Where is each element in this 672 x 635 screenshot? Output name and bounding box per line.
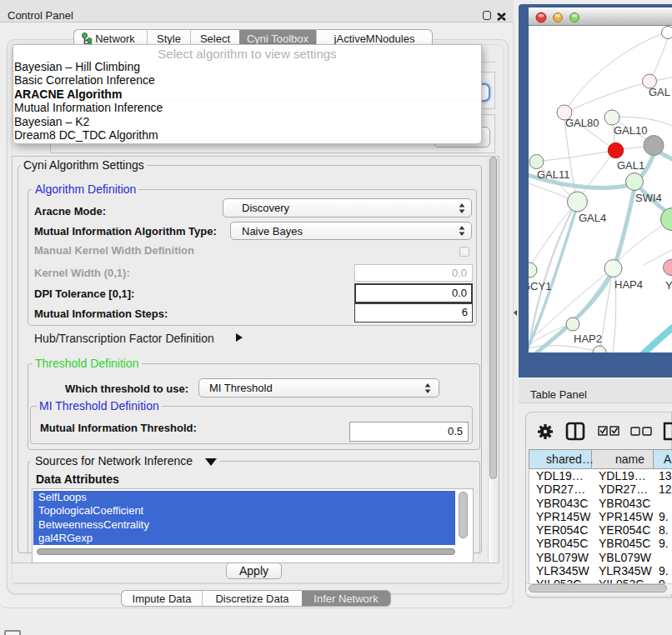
svg-text:GAL: GAL — [649, 86, 670, 98]
svg-text:GAL80: GAL80 — [565, 117, 599, 129]
svg-text:HAP2: HAP2 — [574, 332, 602, 345]
svg-text:Y: Y — [665, 279, 672, 292]
svg-text:SWI4: SWI4 — [635, 192, 662, 204]
svg-text:GAL1: GAL1 — [617, 159, 644, 172]
svg-text:GAL4: GAL4 — [579, 212, 606, 224]
svg-text:GCY1: GCY1 — [529, 280, 551, 292]
svg-text:GAL10: GAL10 — [614, 124, 647, 137]
svg-text:HAP4: HAP4 — [614, 278, 643, 291]
svg-text:GAL11: GAL11 — [537, 168, 570, 181]
